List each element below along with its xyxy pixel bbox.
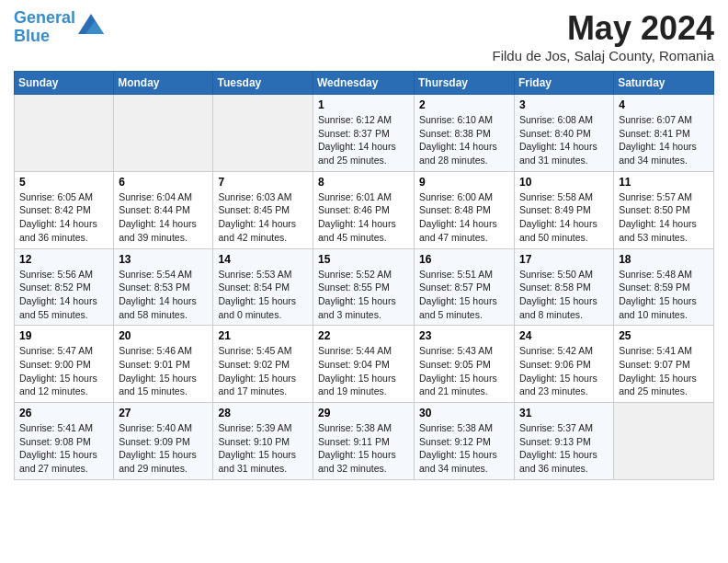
calendar-cell: 7Sunrise: 6:03 AMSunset: 8:45 PMDaylight… <box>213 171 313 248</box>
day-number: 25 <box>619 329 709 342</box>
logo-line1: General <box>14 8 75 27</box>
day-number: 28 <box>218 407 308 419</box>
day-info: Sunrise: 5:54 AMSunset: 8:53 PMDaylight:… <box>119 268 208 322</box>
calendar-cell: 1Sunrise: 6:12 AMSunset: 8:37 PMDaylight… <box>313 95 415 172</box>
day-info: Sunrise: 5:43 AMSunset: 9:05 PMDaylight:… <box>419 344 509 398</box>
logo-line2: Blue <box>14 27 50 45</box>
weekday-header-tuesday: Tuesday <box>213 72 313 95</box>
day-info: Sunrise: 5:41 AMSunset: 9:08 PMDaylight:… <box>19 421 108 476</box>
day-info: Sunrise: 6:07 AMSunset: 8:41 PMDaylight:… <box>619 113 709 167</box>
logo: General Blue <box>14 9 104 46</box>
day-info: Sunrise: 5:42 AMSunset: 9:06 PMDaylight:… <box>519 344 609 398</box>
calendar-cell: 17Sunrise: 5:50 AMSunset: 8:58 PMDayligh… <box>515 248 614 326</box>
week-row-4: 19Sunrise: 5:47 AMSunset: 9:00 PMDayligh… <box>15 326 714 403</box>
day-number: 10 <box>519 176 609 189</box>
day-number: 6 <box>119 176 208 189</box>
day-number: 1 <box>318 98 409 111</box>
day-number: 8 <box>318 176 409 189</box>
day-number: 29 <box>318 407 409 419</box>
calendar-cell: 29Sunrise: 5:38 AMSunset: 9:11 PMDayligh… <box>313 403 415 480</box>
day-number: 3 <box>519 98 609 111</box>
day-info: Sunrise: 6:10 AMSunset: 8:38 PMDaylight:… <box>419 113 509 167</box>
calendar-cell: 26Sunrise: 5:41 AMSunset: 9:08 PMDayligh… <box>15 403 114 480</box>
calendar-cell: 9Sunrise: 6:00 AMSunset: 8:48 PMDaylight… <box>415 171 515 248</box>
day-info: Sunrise: 5:37 AMSunset: 9:13 PMDaylight:… <box>519 421 609 476</box>
day-number: 31 <box>519 407 609 419</box>
title-block: May 2024 Fildu de Jos, Salaj County, Rom… <box>492 9 714 63</box>
day-info: Sunrise: 5:51 AMSunset: 8:57 PMDaylight:… <box>419 268 509 322</box>
calendar-cell: 30Sunrise: 5:38 AMSunset: 9:12 PMDayligh… <box>415 403 515 480</box>
day-number: 30 <box>419 407 509 419</box>
logo-icon <box>78 14 104 34</box>
calendar-cell <box>213 95 313 172</box>
calendar-cell: 22Sunrise: 5:44 AMSunset: 9:04 PMDayligh… <box>313 326 415 403</box>
week-row-2: 5Sunrise: 6:05 AMSunset: 8:42 PMDaylight… <box>15 171 714 248</box>
day-info: Sunrise: 5:45 AMSunset: 9:02 PMDaylight:… <box>218 344 308 398</box>
calendar-cell: 19Sunrise: 5:47 AMSunset: 9:00 PMDayligh… <box>15 326 114 403</box>
calendar-cell: 13Sunrise: 5:54 AMSunset: 8:53 PMDayligh… <box>114 248 213 326</box>
calendar-cell: 24Sunrise: 5:42 AMSunset: 9:06 PMDayligh… <box>515 326 614 403</box>
day-number: 22 <box>318 329 409 342</box>
day-info: Sunrise: 6:12 AMSunset: 8:37 PMDaylight:… <box>318 113 409 167</box>
weekday-header-wednesday: Wednesday <box>313 72 415 95</box>
day-info: Sunrise: 5:58 AMSunset: 8:49 PMDaylight:… <box>519 190 609 245</box>
calendar-cell: 15Sunrise: 5:52 AMSunset: 8:55 PMDayligh… <box>313 248 415 326</box>
calendar-cell: 2Sunrise: 6:10 AMSunset: 8:38 PMDaylight… <box>415 95 515 172</box>
day-info: Sunrise: 5:38 AMSunset: 9:12 PMDaylight:… <box>419 421 509 476</box>
day-number: 24 <box>519 329 609 342</box>
day-info: Sunrise: 5:38 AMSunset: 9:11 PMDaylight:… <box>318 421 409 476</box>
calendar-cell: 6Sunrise: 6:04 AMSunset: 8:44 PMDaylight… <box>114 171 213 248</box>
calendar-cell: 4Sunrise: 6:07 AMSunset: 8:41 PMDaylight… <box>614 95 714 172</box>
day-info: Sunrise: 5:48 AMSunset: 8:59 PMDaylight:… <box>619 268 709 322</box>
calendar-cell: 16Sunrise: 5:51 AMSunset: 8:57 PMDayligh… <box>415 248 515 326</box>
calendar-cell: 14Sunrise: 5:53 AMSunset: 8:54 PMDayligh… <box>213 248 313 326</box>
day-number: 12 <box>19 253 108 266</box>
day-info: Sunrise: 6:01 AMSunset: 8:46 PMDaylight:… <box>318 190 409 245</box>
calendar-cell <box>614 403 714 480</box>
day-number: 4 <box>619 98 709 111</box>
day-info: Sunrise: 5:56 AMSunset: 8:52 PMDaylight:… <box>19 268 108 322</box>
calendar-cell: 3Sunrise: 6:08 AMSunset: 8:40 PMDaylight… <box>515 95 614 172</box>
weekday-header-saturday: Saturday <box>614 72 714 95</box>
calendar-cell: 18Sunrise: 5:48 AMSunset: 8:59 PMDayligh… <box>614 248 714 326</box>
weekday-header-monday: Monday <box>114 72 213 95</box>
month-title: May 2024 <box>492 9 714 48</box>
calendar-table: SundayMondayTuesdayWednesdayThursdayFrid… <box>14 71 714 480</box>
day-number: 15 <box>318 253 409 266</box>
day-info: Sunrise: 5:53 AMSunset: 8:54 PMDaylight:… <box>218 268 308 322</box>
calendar-cell: 28Sunrise: 5:39 AMSunset: 9:10 PMDayligh… <box>213 403 313 480</box>
day-number: 2 <box>419 98 509 111</box>
day-info: Sunrise: 5:50 AMSunset: 8:58 PMDaylight:… <box>519 268 609 322</box>
calendar-cell <box>114 95 213 172</box>
weekday-header-row: SundayMondayTuesdayWednesdayThursdayFrid… <box>15 72 714 95</box>
week-row-3: 12Sunrise: 5:56 AMSunset: 8:52 PMDayligh… <box>15 248 714 326</box>
day-number: 11 <box>619 176 709 189</box>
day-number: 17 <box>519 253 609 266</box>
day-info: Sunrise: 6:00 AMSunset: 8:48 PMDaylight:… <box>419 190 509 245</box>
day-info: Sunrise: 5:46 AMSunset: 9:01 PMDaylight:… <box>119 344 208 398</box>
location-title: Fildu de Jos, Salaj County, Romania <box>492 48 714 63</box>
week-row-1: 1Sunrise: 6:12 AMSunset: 8:37 PMDaylight… <box>15 95 714 172</box>
day-number: 7 <box>218 176 308 189</box>
week-row-5: 26Sunrise: 5:41 AMSunset: 9:08 PMDayligh… <box>15 403 714 480</box>
day-info: Sunrise: 5:40 AMSunset: 9:09 PMDaylight:… <box>119 421 208 476</box>
day-number: 5 <box>19 176 108 189</box>
day-info: Sunrise: 5:41 AMSunset: 9:07 PMDaylight:… <box>619 344 709 398</box>
weekday-header-friday: Friday <box>515 72 614 95</box>
day-number: 26 <box>19 407 108 419</box>
day-info: Sunrise: 6:05 AMSunset: 8:42 PMDaylight:… <box>19 190 108 245</box>
weekday-header-sunday: Sunday <box>15 72 114 95</box>
calendar-cell: 27Sunrise: 5:40 AMSunset: 9:09 PMDayligh… <box>114 403 213 480</box>
day-number: 21 <box>218 329 308 342</box>
day-info: Sunrise: 5:47 AMSunset: 9:00 PMDaylight:… <box>19 344 108 398</box>
calendar-cell: 12Sunrise: 5:56 AMSunset: 8:52 PMDayligh… <box>15 248 114 326</box>
calendar-cell: 21Sunrise: 5:45 AMSunset: 9:02 PMDayligh… <box>213 326 313 403</box>
calendar-cell: 20Sunrise: 5:46 AMSunset: 9:01 PMDayligh… <box>114 326 213 403</box>
calendar-cell: 8Sunrise: 6:01 AMSunset: 8:46 PMDaylight… <box>313 171 415 248</box>
day-info: Sunrise: 6:08 AMSunset: 8:40 PMDaylight:… <box>519 113 609 167</box>
calendar-cell: 23Sunrise: 5:43 AMSunset: 9:05 PMDayligh… <box>415 326 515 403</box>
page-header: General Blue May 2024 Fildu de Jos, Sala… <box>14 9 714 63</box>
calendar-cell: 25Sunrise: 5:41 AMSunset: 9:07 PMDayligh… <box>614 326 714 403</box>
calendar-cell: 5Sunrise: 6:05 AMSunset: 8:42 PMDaylight… <box>15 171 114 248</box>
day-number: 20 <box>119 329 208 342</box>
